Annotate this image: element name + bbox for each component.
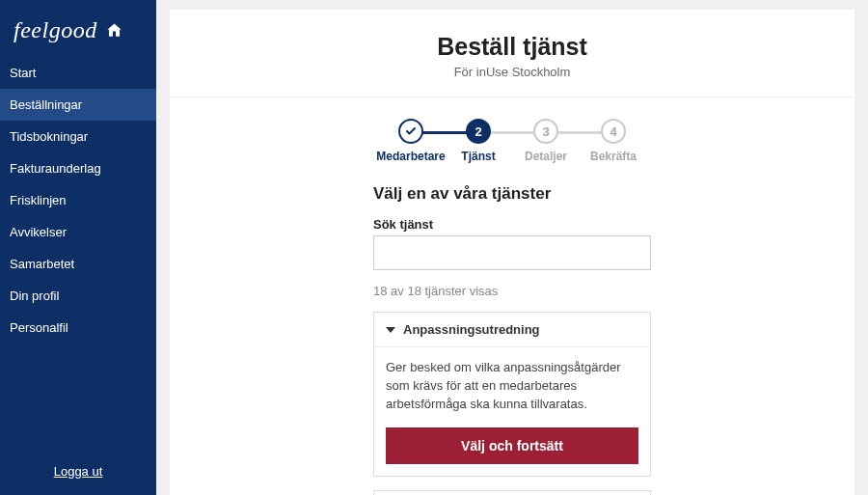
sidebar-item-din-profil[interactable]: Din profil: [0, 280, 156, 312]
sidebar-item-bestallningar[interactable]: Beställningar: [0, 89, 156, 121]
service-body: Ger besked om vilka anpassningsåtgärder …: [374, 346, 650, 464]
page-subtitle: För inUse Stockholm: [170, 65, 854, 79]
service-title: Anpassningsutredning: [403, 322, 540, 337]
page: Beställ tjänst För inUse Stockholm Medar…: [156, 0, 868, 495]
sidebar-nav: Start Beställningar Tidsbokningar Faktur…: [0, 57, 156, 344]
section-title: Välj en av våra tjänster: [373, 184, 651, 204]
search-label: Sök tjänst: [373, 217, 651, 232]
brand-name: feelgood: [14, 17, 97, 43]
step-number: 4: [601, 119, 626, 144]
service-item-arbetsformagebedomning: Arbetsförmågebedömning: [373, 490, 651, 495]
sidebar-item-personalfil[interactable]: Personalfil: [0, 312, 156, 344]
main-card: Beställ tjänst För inUse Stockholm Medar…: [170, 10, 854, 495]
check-icon: [398, 119, 423, 144]
choose-button[interactable]: Välj och fortsätt: [386, 427, 638, 464]
logout-link[interactable]: Logga ut: [54, 464, 103, 479]
step-label: Detaljer: [525, 150, 567, 163]
sidebar-item-tidsbokningar[interactable]: Tidsbokningar: [0, 121, 156, 152]
service-item-anpassningsutredning: Anpassningsutredning Ger besked om vilka…: [373, 312, 651, 477]
step-number: 2: [466, 119, 491, 144]
step-bekrafta[interactable]: 4 Bekräfta: [580, 119, 647, 163]
step-tjanst[interactable]: 2 Tjänst: [445, 119, 512, 163]
results-count: 18 av 18 tjänster visas: [373, 284, 651, 298]
sidebar-item-start[interactable]: Start: [0, 57, 156, 89]
house-icon: [105, 21, 123, 40]
page-title: Beställ tjänst: [170, 33, 854, 61]
service-toggle[interactable]: Arbetsförmågebedömning: [374, 491, 650, 495]
service-toggle[interactable]: Anpassningsutredning: [374, 313, 650, 346]
content: Välj en av våra tjänster Sök tjänst 18 a…: [373, 184, 651, 495]
chevron-down-icon: [386, 327, 395, 333]
sidebar-item-fakturaunderlag[interactable]: Fakturaunderlag: [0, 152, 156, 184]
stepper: Medarbetare 2 Tjänst 3 Detaljer 4 Bekräf…: [170, 119, 854, 163]
sidebar: feelgood Start Beställningar Tidsbokning…: [0, 0, 156, 495]
sidebar-item-avvikelser[interactable]: Avvikelser: [0, 216, 156, 248]
page-header: Beställ tjänst För inUse Stockholm: [170, 33, 854, 97]
sidebar-item-frisklinjen[interactable]: Frisklinjen: [0, 184, 156, 216]
step-medarbetare[interactable]: Medarbetare: [377, 119, 445, 163]
sidebar-footer: Logga ut: [0, 447, 156, 495]
step-label: Medarbetare: [376, 150, 445, 163]
service-description: Ger besked om vilka anpassningsåtgärder …: [386, 359, 638, 414]
sidebar-item-samarbetet[interactable]: Samarbetet: [0, 248, 156, 280]
brand-logo: feelgood: [0, 0, 156, 57]
step-number: 3: [533, 119, 558, 144]
svg-rect-0: [113, 31, 115, 35]
search-input[interactable]: [373, 235, 651, 270]
step-detaljer[interactable]: 3 Detaljer: [512, 119, 580, 163]
step-label: Tjänst: [461, 150, 495, 163]
step-label: Bekräfta: [590, 150, 637, 163]
